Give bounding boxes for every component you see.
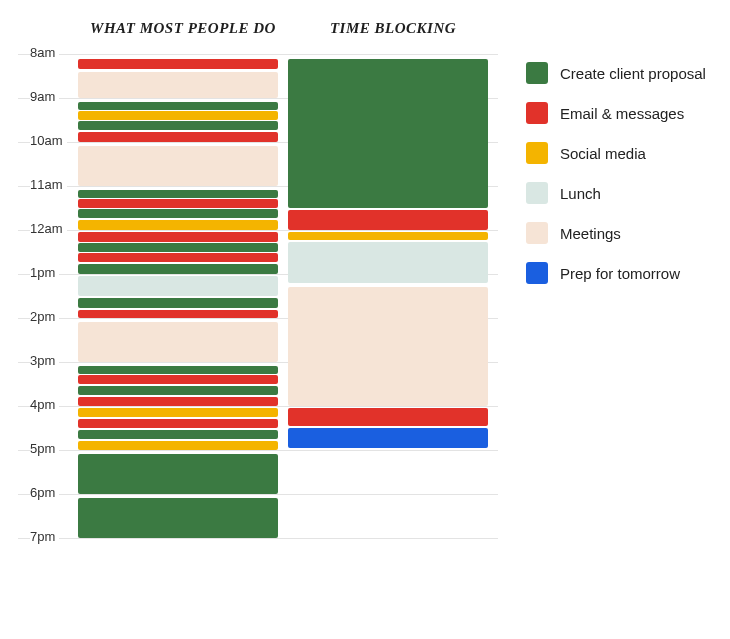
- time-block-proposal: [78, 454, 278, 494]
- time-block-email: [288, 408, 488, 426]
- time-block-meetings: [78, 72, 278, 98]
- time-block-proposal: [78, 243, 278, 252]
- time-block-email: [78, 232, 278, 242]
- legend-item-social: Social media: [526, 142, 706, 164]
- time-block-proposal: [78, 386, 278, 395]
- time-block-social: [288, 232, 488, 239]
- hour-label: 3pm: [30, 353, 59, 368]
- time-block-proposal: [78, 366, 278, 375]
- hour-label: 5pm: [30, 441, 59, 456]
- time-block-email: [288, 210, 488, 230]
- time-block-proposal: [78, 121, 278, 130]
- time-block-email: [78, 375, 278, 384]
- time-block-email: [78, 419, 278, 428]
- hour-label: 7pm: [30, 529, 59, 544]
- data-columns: [78, 54, 498, 580]
- time-block-proposal: [78, 209, 278, 218]
- hour-label: 11am: [30, 177, 67, 192]
- legend-label: Create client proposal: [560, 65, 706, 82]
- legend-swatch: [526, 142, 548, 164]
- legend-label: Social media: [560, 145, 646, 162]
- time-block-email: [78, 199, 278, 208]
- column-headers: WHAT MOST PEOPLE DO TIME BLOCKING: [78, 20, 498, 54]
- time-block-lunch: [288, 242, 488, 282]
- time-block-proposal: [78, 298, 278, 308]
- hour-label: 12am: [30, 221, 67, 236]
- legend-item-lunch: Lunch: [526, 182, 706, 204]
- legend-label: Lunch: [560, 185, 601, 202]
- hour-label: 10am: [30, 133, 67, 148]
- time-block-meetings: [288, 287, 488, 406]
- legend-swatch: [526, 62, 548, 84]
- time-block-proposal: [78, 498, 278, 538]
- legend-swatch: [526, 222, 548, 244]
- legend: Create client proposalEmail & messagesSo…: [526, 62, 706, 302]
- header-left: WHAT MOST PEOPLE DO: [78, 20, 288, 54]
- legend-item-prep: Prep for tomorrow: [526, 262, 706, 284]
- hour-label: 9am: [30, 89, 59, 104]
- time-block-social: [78, 111, 278, 120]
- time-block-proposal: [78, 264, 278, 274]
- legend-label: Email & messages: [560, 105, 684, 122]
- time-block-email: [78, 310, 278, 318]
- time-block-proposal: [288, 59, 488, 208]
- time-block-social: [78, 408, 278, 417]
- legend-label: Prep for tomorrow: [560, 265, 680, 282]
- time-block-social: [78, 441, 278, 450]
- time-block-meetings: [78, 322, 278, 362]
- time-block-email: [78, 397, 278, 406]
- time-blocking-chart: WHAT MOST PEOPLE DO TIME BLOCKING 8am9am…: [18, 20, 712, 580]
- time-block-email: [78, 132, 278, 142]
- legend-item-email: Email & messages: [526, 102, 706, 124]
- header-right: TIME BLOCKING: [288, 20, 498, 54]
- legend-item-meetings: Meetings: [526, 222, 706, 244]
- time-block-proposal: [78, 102, 278, 111]
- time-block-lunch: [78, 276, 278, 296]
- legend-swatch: [526, 102, 548, 124]
- hour-label: 6pm: [30, 485, 59, 500]
- legend-item-proposal: Create client proposal: [526, 62, 706, 84]
- legend-swatch: [526, 262, 548, 284]
- hour-label: 2pm: [30, 309, 59, 324]
- time-block-proposal: [78, 430, 278, 439]
- hour-label: 8am: [30, 45, 59, 60]
- chart-grid: WHAT MOST PEOPLE DO TIME BLOCKING 8am9am…: [18, 20, 498, 580]
- hour-label: 4pm: [30, 397, 59, 412]
- legend-swatch: [526, 182, 548, 204]
- time-block-meetings: [78, 146, 278, 186]
- time-block-prep: [288, 428, 488, 448]
- legend-label: Meetings: [560, 225, 621, 242]
- hour-label: 1pm: [30, 265, 59, 280]
- time-block-email: [78, 59, 278, 68]
- time-block-email: [78, 253, 278, 262]
- time-block-social: [78, 220, 278, 230]
- time-block-proposal: [78, 190, 278, 199]
